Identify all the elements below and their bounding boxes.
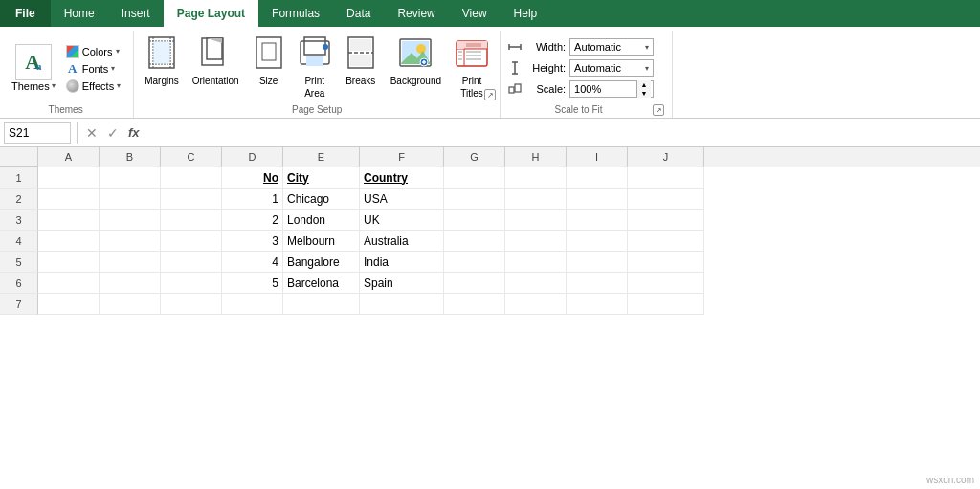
cell-b7[interactable] xyxy=(100,294,161,315)
cell-j2[interactable] xyxy=(628,189,704,210)
cell-b6[interactable] xyxy=(100,273,161,294)
cell-h1[interactable] xyxy=(505,167,567,189)
print-area-button[interactable]: Print Area xyxy=(294,33,336,102)
cell-b2[interactable] xyxy=(100,189,161,210)
cell-b4[interactable] xyxy=(100,231,161,252)
col-header-g[interactable]: G xyxy=(444,147,505,167)
scale-input[interactable]: 100% ▲ ▼ xyxy=(569,80,654,98)
cell-g6[interactable] xyxy=(444,273,505,294)
confirm-button[interactable]: ✓ xyxy=(104,125,122,141)
cell-f7[interactable] xyxy=(360,294,444,315)
cell-j7[interactable] xyxy=(628,294,704,315)
cell-a3[interactable] xyxy=(38,210,100,231)
cancel-button[interactable]: ✕ xyxy=(83,125,100,141)
page-setup-launcher[interactable]: ↗ xyxy=(484,89,496,100)
cell-c4[interactable] xyxy=(161,231,222,252)
cell-e4[interactable]: Melbourn xyxy=(283,231,360,252)
tab-data[interactable]: Data xyxy=(333,0,384,27)
cell-f5[interactable]: India xyxy=(360,252,444,273)
col-header-e[interactable]: E xyxy=(283,147,360,167)
scale-up-btn[interactable]: ▲ xyxy=(637,80,651,89)
cell-reference[interactable]: S21 xyxy=(4,122,71,144)
tab-home[interactable]: Home xyxy=(51,0,108,27)
cell-d2[interactable]: 1 xyxy=(222,189,283,210)
formula-input[interactable] xyxy=(146,122,976,144)
cell-i5[interactable] xyxy=(567,252,628,273)
cell-e1[interactable]: City xyxy=(283,167,360,189)
cell-a6[interactable] xyxy=(38,273,100,294)
cell-a2[interactable] xyxy=(38,189,100,210)
col-header-c[interactable]: C xyxy=(161,147,222,167)
size-button[interactable]: Size xyxy=(248,33,290,90)
cell-i2[interactable] xyxy=(567,189,628,210)
cell-f3[interactable]: UK xyxy=(360,210,444,231)
cell-g7[interactable] xyxy=(444,294,505,315)
cell-h3[interactable] xyxy=(505,210,567,231)
cell-i3[interactable] xyxy=(567,210,628,231)
tab-review[interactable]: Review xyxy=(384,0,448,27)
cell-c5[interactable] xyxy=(161,252,222,273)
cell-e2[interactable]: Chicago xyxy=(283,189,360,210)
cell-c7[interactable] xyxy=(161,294,222,315)
cell-j1[interactable] xyxy=(628,167,704,189)
cell-h4[interactable] xyxy=(505,231,567,252)
cell-g1[interactable] xyxy=(444,167,505,189)
cell-i4[interactable] xyxy=(567,231,628,252)
col-header-f[interactable]: F xyxy=(360,147,444,167)
themes-button[interactable]: A a Themes ▾ xyxy=(8,42,59,94)
cell-d1[interactable]: No xyxy=(222,167,283,189)
cell-h7[interactable] xyxy=(505,294,567,315)
cell-i7[interactable] xyxy=(567,294,628,315)
scale-spinner[interactable]: ▲ ▼ xyxy=(636,80,651,98)
cell-a7[interactable] xyxy=(38,294,100,315)
cell-f4[interactable]: Australia xyxy=(360,231,444,252)
cell-g3[interactable] xyxy=(444,210,505,231)
cell-d4[interactable]: 3 xyxy=(222,231,283,252)
scale-launcher[interactable]: ↗ xyxy=(653,104,664,116)
cell-b1[interactable] xyxy=(100,167,161,189)
cell-d6[interactable]: 5 xyxy=(222,273,283,294)
margins-button[interactable]: Margins xyxy=(140,33,184,90)
cell-a4[interactable] xyxy=(38,231,100,252)
col-header-b[interactable]: B xyxy=(100,147,161,167)
tab-formulas[interactable]: Formulas xyxy=(258,0,333,27)
cell-h2[interactable] xyxy=(505,189,567,210)
cell-j5[interactable] xyxy=(628,252,704,273)
cell-d5[interactable]: 4 xyxy=(222,252,283,273)
tab-file[interactable]: File xyxy=(0,0,51,27)
cell-e7[interactable] xyxy=(283,294,360,315)
height-select[interactable]: Automatic ▾ xyxy=(569,59,654,77)
cell-e6[interactable]: Barcelona xyxy=(283,273,360,294)
breaks-button[interactable]: Breaks xyxy=(340,33,382,90)
cell-j6[interactable] xyxy=(628,273,704,294)
cell-f1[interactable]: Country xyxy=(360,167,444,189)
cell-c3[interactable] xyxy=(161,210,222,231)
col-header-d[interactable]: D xyxy=(222,147,283,167)
cell-c6[interactable] xyxy=(161,273,222,294)
cell-a5[interactable] xyxy=(38,252,100,273)
orientation-button[interactable]: Orientation xyxy=(188,33,244,90)
tab-insert[interactable]: Insert xyxy=(108,0,164,27)
tab-help[interactable]: Help xyxy=(501,0,551,27)
cell-b5[interactable] xyxy=(100,252,161,273)
cell-a1[interactable] xyxy=(38,167,100,189)
col-header-j[interactable]: J xyxy=(628,147,704,167)
cell-c1[interactable] xyxy=(161,167,222,189)
cell-i1[interactable] xyxy=(567,167,628,189)
col-header-h[interactable]: H xyxy=(505,147,567,167)
tab-view[interactable]: View xyxy=(449,0,501,27)
cell-f2[interactable]: USA xyxy=(360,189,444,210)
width-select[interactable]: Automatic ▾ xyxy=(569,38,654,56)
cell-e3[interactable]: London xyxy=(283,210,360,231)
cell-c2[interactable] xyxy=(161,189,222,210)
colors-button[interactable]: Colors ▾ xyxy=(63,44,123,59)
cell-g4[interactable] xyxy=(444,231,505,252)
fonts-button[interactable]: A Fonts ▾ xyxy=(63,60,123,78)
cell-d3[interactable]: 2 xyxy=(222,210,283,231)
cell-h6[interactable] xyxy=(505,273,567,294)
cell-j4[interactable] xyxy=(628,231,704,252)
col-header-a[interactable]: A xyxy=(38,147,100,167)
cell-e5[interactable]: Bangalore xyxy=(283,252,360,273)
fx-button[interactable]: fx xyxy=(125,125,143,140)
tab-page-layout[interactable]: Page Layout xyxy=(164,0,258,27)
